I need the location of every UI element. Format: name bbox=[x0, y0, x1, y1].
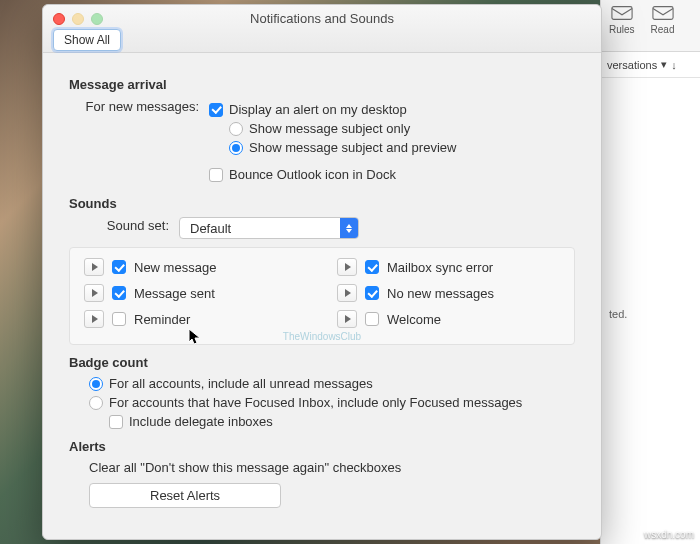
badge-focused-label: For accounts that have Focused Inbox, in… bbox=[109, 395, 522, 410]
new-message-label: New message bbox=[134, 260, 216, 275]
message-sent-checkbox[interactable] bbox=[112, 286, 126, 300]
play-no-new[interactable] bbox=[337, 284, 357, 302]
section-message-arrival: Message arrival bbox=[69, 77, 575, 92]
watermark-text: TheWindowsClub bbox=[70, 331, 574, 342]
include-delegate-label: Include delegate inboxes bbox=[129, 414, 273, 429]
section-badge-count: Badge count bbox=[69, 355, 575, 370]
background-panel: ted. bbox=[600, 78, 700, 544]
sound-row-reminder: Reminder bbox=[84, 310, 307, 328]
no-new-label: No new messages bbox=[387, 286, 494, 301]
background-text: ted. bbox=[609, 308, 692, 320]
reminder-label: Reminder bbox=[134, 312, 190, 327]
select-arrows-icon bbox=[340, 218, 358, 238]
sound-set-value: Default bbox=[180, 218, 340, 238]
ribbon-rules[interactable]: Rules bbox=[609, 4, 635, 35]
sounds-box: New message Mailbox sync error Message s… bbox=[69, 247, 575, 345]
section-sounds: Sounds bbox=[69, 196, 575, 211]
sync-error-checkbox[interactable] bbox=[365, 260, 379, 274]
conversations-selector[interactable]: versations ▾ ↓ bbox=[600, 52, 700, 78]
sound-row-message-sent: Message sent bbox=[84, 284, 307, 302]
svg-rect-0 bbox=[612, 7, 632, 20]
display-alert-label: Display an alert on my desktop bbox=[229, 102, 407, 117]
down-arrow-icon: ↓ bbox=[671, 59, 677, 71]
display-alert-checkbox[interactable] bbox=[209, 103, 223, 117]
sound-row-new-message: New message bbox=[84, 258, 307, 276]
include-delegate-checkbox[interactable] bbox=[109, 415, 123, 429]
ribbon-read[interactable]: Read bbox=[651, 4, 675, 35]
subject-preview-radio[interactable] bbox=[229, 141, 243, 155]
preferences-content: Message arrival For new messages: Displa… bbox=[43, 53, 601, 539]
sound-row-welcome: Welcome bbox=[337, 310, 560, 328]
play-new-message[interactable] bbox=[84, 258, 104, 276]
no-new-checkbox[interactable] bbox=[365, 286, 379, 300]
play-reminder[interactable] bbox=[84, 310, 104, 328]
for-new-messages-label: For new messages: bbox=[69, 98, 199, 114]
preferences-window: Notifications and Sounds Show All Messag… bbox=[42, 4, 602, 540]
section-alerts: Alerts bbox=[69, 439, 575, 454]
play-sync-error[interactable] bbox=[337, 258, 357, 276]
subject-preview-label: Show message subject and preview bbox=[249, 140, 456, 155]
bounce-dock-checkbox[interactable] bbox=[209, 168, 223, 182]
reminder-checkbox[interactable] bbox=[112, 312, 126, 326]
sync-error-label: Mailbox sync error bbox=[387, 260, 493, 275]
show-all-button[interactable]: Show All bbox=[53, 29, 121, 51]
svg-rect-1 bbox=[652, 7, 672, 20]
welcome-checkbox[interactable] bbox=[365, 312, 379, 326]
sound-row-no-new: No new messages bbox=[337, 284, 560, 302]
message-sent-label: Message sent bbox=[134, 286, 215, 301]
window-title: Notifications and Sounds bbox=[43, 11, 601, 26]
ribbon-read-label: Read bbox=[651, 24, 675, 35]
titlebar[interactable]: Notifications and Sounds Show All bbox=[43, 5, 601, 53]
reset-alerts-button[interactable]: Reset Alerts bbox=[89, 483, 281, 508]
ribbon-rules-label: Rules bbox=[609, 24, 635, 35]
badge-all-label: For all accounts, include all unread mes… bbox=[109, 376, 373, 391]
welcome-label: Welcome bbox=[387, 312, 441, 327]
subject-only-radio[interactable] bbox=[229, 122, 243, 136]
new-message-checkbox[interactable] bbox=[112, 260, 126, 274]
subject-only-label: Show message subject only bbox=[249, 121, 410, 136]
sound-set-select[interactable]: Default bbox=[179, 217, 359, 239]
background-ribbon: Rules Read bbox=[600, 0, 700, 52]
badge-all-radio[interactable] bbox=[89, 377, 103, 391]
bounce-dock-label: Bounce Outlook icon in Dock bbox=[229, 167, 396, 182]
play-welcome[interactable] bbox=[337, 310, 357, 328]
play-message-sent[interactable] bbox=[84, 284, 104, 302]
sound-row-sync-error: Mailbox sync error bbox=[337, 258, 560, 276]
sound-set-label: Sound set: bbox=[69, 217, 169, 233]
rules-icon bbox=[611, 4, 633, 22]
chevron-down-icon: ▾ bbox=[661, 58, 667, 71]
badge-focused-radio[interactable] bbox=[89, 396, 103, 410]
read-icon bbox=[652, 4, 674, 22]
conversations-label: versations bbox=[607, 59, 657, 71]
source-watermark: wsxdn.com bbox=[644, 529, 694, 540]
alerts-description: Clear all "Don't show this message again… bbox=[89, 460, 401, 475]
